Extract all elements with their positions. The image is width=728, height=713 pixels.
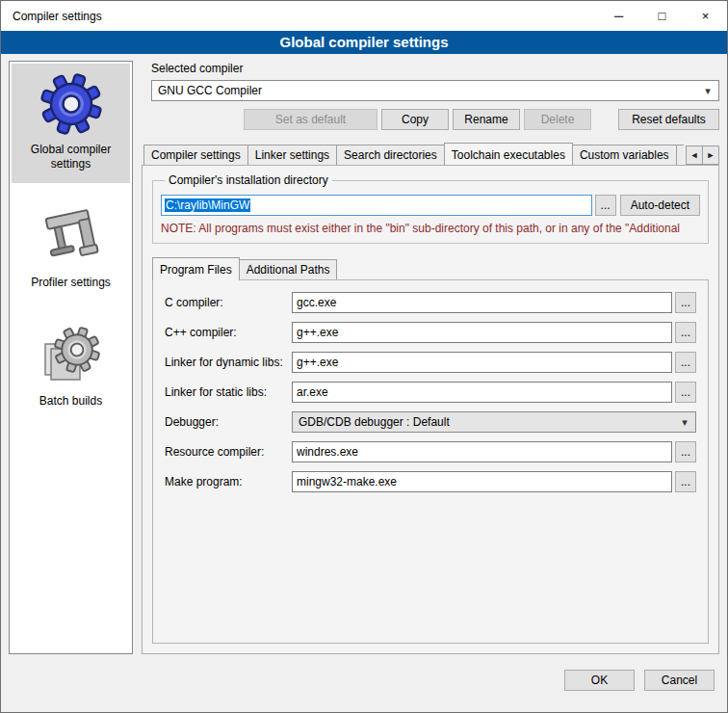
profiler-clamp-icon [40,206,102,268]
main-panel: Selected compiler GNU GCC Compiler ▾ Set… [142,61,719,654]
auto-detect-button[interactable]: Auto-detect [620,195,700,216]
field-row-debugger: Debugger: GDB/CDB debugger : Default ▾ [165,411,696,433]
tab-toolchain-executables[interactable]: Toolchain executables [444,143,573,165]
global-settings-gear-icon [40,73,102,135]
browse-directory-button[interactable]: ... [595,195,616,216]
window-controls: ─ □ × [597,1,727,31]
c-compiler-input[interactable] [292,292,672,313]
dialog-header: Global compiler settings [1,31,727,54]
sidebar-item-profiler-settings[interactable]: Profiler settings [12,197,130,302]
tab-scroll-right-icon[interactable]: ► [702,145,719,165]
close-button[interactable]: × [684,1,727,31]
installation-directory-legend: Compiler's installation directory [165,173,332,187]
selected-compiler-value: GNU GCC Compiler [158,84,701,97]
titlebar: Compiler settings ─ □ × [1,1,727,31]
maximize-button[interactable]: □ [640,1,684,31]
delete-button[interactable]: Delete [524,109,591,130]
field-row-linker-static: Linker for static libs: ... [165,382,696,403]
set-as-default-button[interactable]: Set as default [244,109,377,130]
minimize-icon: ─ [614,9,623,23]
minimize-button[interactable]: ─ [597,1,640,31]
tab-program-files[interactable]: Program Files [152,257,240,280]
close-icon: × [702,9,710,23]
dialog-body: Global compiler settings Profiler settin… [1,54,727,654]
cancel-button[interactable]: Cancel [644,670,715,691]
installation-path-selected-text: C:\raylib\MinGW [165,198,250,212]
field-row-cpp-compiler: C++ compiler: ... [165,322,696,343]
linker-dynamic-input[interactable] [292,352,672,373]
installation-note: NOTE: All programs must exist either in … [161,222,700,235]
debugger-label: Debugger: [165,415,292,429]
tab-compiler-settings[interactable]: Compiler settings [143,145,248,165]
reset-defaults-button[interactable]: Reset defaults [618,109,719,130]
linker-static-label: Linker for static libs: [165,385,292,399]
installation-directory-group: Compiler's installation directory C:\ray… [152,173,709,244]
resource-compiler-label: Resource compiler: [165,445,292,459]
sidebar-item-global-compiler-settings[interactable]: Global compiler settings [12,64,130,183]
sidebar-item-label: Global compiler settings [13,143,128,172]
settings-tabstrip: Compiler settings Linker settings Search… [143,143,719,165]
copy-button[interactable]: Copy [381,109,449,130]
tab-build-options[interactable]: Buil [676,145,684,165]
chevron-down-icon: ▾ [678,416,691,429]
linker-dynamic-browse-button[interactable]: ... [675,352,696,373]
settings-sidebar: Global compiler settings Profiler settin… [9,61,133,654]
tab-custom-variables[interactable]: Custom variables [572,145,677,165]
toolchain-executables-page: Compiler's installation directory C:\ray… [142,165,719,654]
linker-dynamic-label: Linker for dynamic libs: [165,356,292,369]
cpp-compiler-input[interactable] [292,322,672,343]
tab-search-directories[interactable]: Search directories [336,145,445,165]
sidebar-item-batch-builds[interactable]: Batch builds [12,315,130,420]
make-program-label: Make program: [165,475,292,489]
maximize-icon: □ [659,9,666,23]
make-program-input[interactable] [292,471,672,492]
chevron-down-icon: ▾ [701,85,715,97]
make-program-browse-button[interactable]: ... [675,471,696,492]
linker-static-browse-button[interactable]: ... [675,382,696,403]
selected-compiler-label: Selected compiler [151,62,719,75]
compiler-settings-window: Compiler settings ─ □ × Global compiler … [0,0,728,713]
tab-linker-settings[interactable]: Linker settings [247,145,337,165]
batch-builds-gear-icon [40,325,102,386]
c-compiler-label: C compiler: [165,296,292,309]
cpp-compiler-browse-button[interactable]: ... [675,322,696,343]
ok-button[interactable]: OK [564,670,635,691]
tabstrip-viewport: Compiler settings Linker settings Search… [143,143,684,165]
debugger-select[interactable]: GDB/CDB debugger : Default ▾ [292,411,696,433]
field-row-resource-compiler: Resource compiler: ... [165,441,696,462]
field-row-c-compiler: C compiler: ... [165,292,696,313]
sidebar-item-label: Batch builds [39,394,102,409]
tab-additional-paths[interactable]: Additional Paths [239,259,338,279]
tab-scroll-buttons: ◄ ► [686,145,719,165]
installation-directory-input[interactable]: C:\raylib\MinGW [161,195,592,216]
installation-path-row: C:\raylib\MinGW ... Auto-detect [161,195,700,216]
tab-scroll-left-icon[interactable]: ◄ [686,145,703,165]
dialog-footer: OK Cancel [1,654,727,712]
program-files-panel: C compiler: ... C++ compiler: ... Linker… [152,279,709,644]
cpp-compiler-label: C++ compiler: [165,326,292,339]
c-compiler-browse-button[interactable]: ... [675,292,696,313]
resource-compiler-input[interactable] [292,441,672,462]
compiler-action-buttons: Set as default Copy Rename Delete Reset … [151,109,719,130]
program-files-tabstrip: Program Files Additional Paths [152,257,709,279]
field-row-linker-dynamic: Linker for dynamic libs: ... [165,352,696,373]
rename-button[interactable]: Rename [453,109,520,130]
linker-static-input[interactable] [292,382,672,403]
selected-compiler-select[interactable]: GNU GCC Compiler ▾ [151,80,719,101]
window-title: Compiler settings [1,10,102,23]
debugger-value: GDB/CDB debugger : Default [299,415,678,429]
sidebar-item-label: Profiler settings [31,276,111,290]
resource-compiler-browse-button[interactable]: ... [675,441,696,462]
field-row-make-program: Make program: ... [165,471,696,492]
